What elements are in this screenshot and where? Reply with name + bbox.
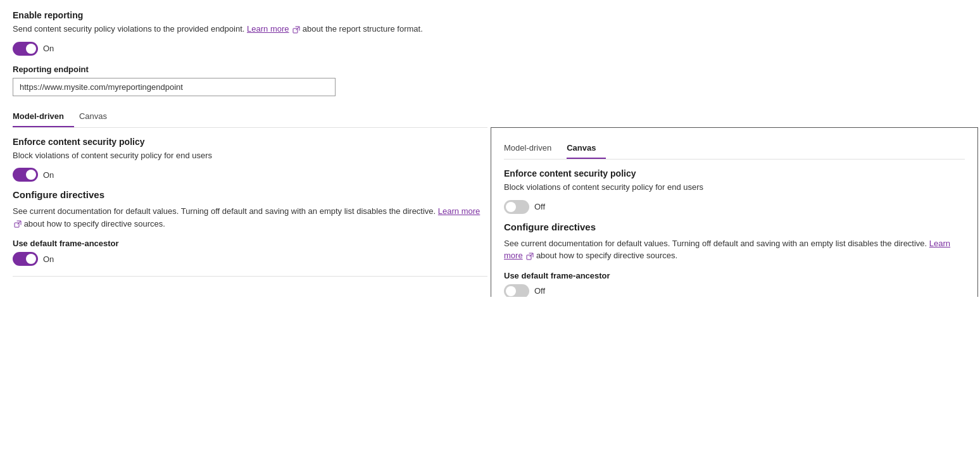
right-configure-desc: See current documentation for default va… [504,237,965,262]
right-frame-ancestor-track [504,284,529,297]
left-frame-ancestor-thumb [26,254,36,264]
tab-model-driven-left[interactable]: Model-driven [13,106,74,127]
right-frame-ancestor-label: Use default frame-ancestor [504,271,965,280]
right-enforce-title: Enforce content security policy [504,168,965,178]
main-layout: Enable reporting Send content security p… [13,10,967,277]
right-configure-title: Configure directives [504,222,965,232]
tab-canvas-right[interactable]: Canvas [567,138,606,159]
left-configure-external-icon [14,220,22,228]
external-link-icon [292,26,300,34]
enable-reporting-thumb [26,44,36,54]
left-panel: Enable reporting Send content security p… [13,10,487,277]
reporting-endpoint-input[interactable] [13,78,336,96]
right-tabs: Model-driven Canvas [504,138,965,160]
right-configure-desc-part1: See current documentation for default va… [504,239,927,248]
left-frame-ancestor-toggle-label: On [43,254,54,264]
left-enforce-toggle-label: On [43,170,54,180]
right-enforce-thumb [506,202,516,212]
enable-reporting-learn-more[interactable]: Learn more [247,24,289,34]
right-panel: Model-driven Canvas Enforce content secu… [491,127,978,297]
left-configure-desc-part1: See current documentation for default va… [13,206,436,216]
left-enforce-thumb [26,170,36,180]
left-configure-learn-more[interactable]: Learn more [438,206,480,216]
left-frame-ancestor-toggle[interactable] [13,252,38,266]
left-enforce-title: Enforce content security policy [13,137,487,147]
left-enforce-section: Enforce content security policy Block vi… [13,137,487,182]
enable-reporting-toggle-wrap: On [13,42,487,56]
reporting-endpoint-section: Reporting endpoint [13,65,487,106]
divider [13,276,487,277]
right-configure-section: Configure directives See current documen… [504,222,965,262]
left-configure-section: Configure directives See current documen… [13,189,487,230]
right-frame-ancestor-toggle-wrap: Off [504,284,965,297]
right-frame-ancestor-toggle-label: Off [534,286,545,296]
enable-reporting-toggle-label: On [43,44,54,53]
enable-reporting-section: Enable reporting Send content security p… [13,10,487,56]
right-configure-external-icon [526,253,534,260]
right-configure-desc-part2: about how to specify directive sources. [536,251,677,260]
left-tabs: Model-driven Canvas [13,106,487,128]
right-enforce-toggle-label: Off [534,202,545,211]
enable-reporting-desc-part2: about the report structure format. [303,24,423,34]
right-enforce-track [504,200,529,214]
right-enforce-section: Enforce content security policy Block vi… [504,168,965,214]
tab-canvas-left[interactable]: Canvas [79,106,117,127]
right-enforce-toggle[interactable] [504,200,529,214]
enable-reporting-desc-part1: Send content security policy violations … [13,24,244,34]
reporting-endpoint-label: Reporting endpoint [13,65,487,74]
left-enforce-track [13,168,38,182]
tab-model-driven-right[interactable]: Model-driven [504,138,562,159]
left-configure-title: Configure directives [13,189,487,200]
right-frame-ancestor-thumb [506,286,516,296]
enable-reporting-title: Enable reporting [13,10,487,20]
left-frame-ancestor-toggle-wrap: On [13,252,487,266]
left-frame-ancestor-track [13,252,38,266]
enable-reporting-desc: Send content security policy violations … [13,23,487,35]
left-enforce-toggle-wrap: On [13,168,487,182]
right-frame-ancestor-section: Use default frame-ancestor Off [504,271,965,297]
left-enforce-desc: Block violations of content security pol… [13,149,487,162]
left-frame-ancestor-section: Use default frame-ancestor On [13,239,487,266]
left-enforce-toggle[interactable] [13,168,38,182]
enable-reporting-toggle[interactable] [13,42,38,56]
right-frame-ancestor-toggle[interactable] [504,284,529,297]
left-configure-desc: See current documentation for default va… [13,205,487,230]
right-enforce-toggle-wrap: Off [504,200,965,214]
right-enforce-desc: Block violations of content security pol… [504,181,965,194]
left-configure-desc-part2: about how to specify directive sources. [24,219,165,228]
left-frame-ancestor-label: Use default frame-ancestor [13,239,487,248]
enable-reporting-track [13,42,38,56]
